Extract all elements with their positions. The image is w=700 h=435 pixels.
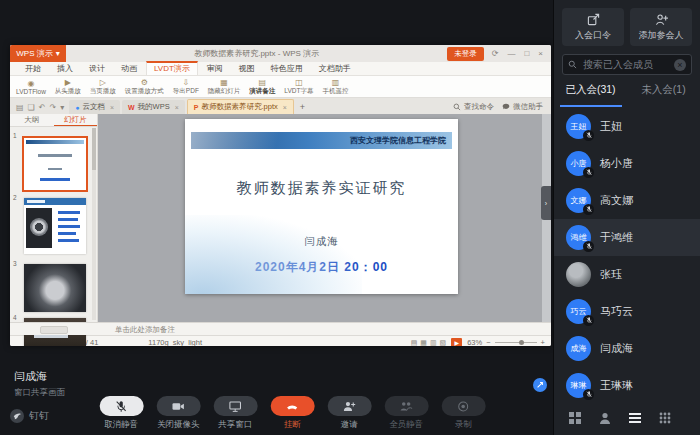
slide-author: 闫成海 [185, 235, 458, 249]
ribbon-button-play-settings[interactable]: ⚙设置播放方式 [125, 78, 164, 96]
member-list: 王妞 王妞 小唐 杨小唐 文娜 高文娜 鸿维 于鸿维 张珏 巧云 马巧云 成海 … [554, 108, 700, 405]
share-window-button[interactable]: 共享窗口 [210, 396, 260, 431]
slide-editing-area: 西安文理学院信息工程学院 教师数据素养实证研究 闫成海 2020年4月2日 20… [98, 114, 551, 322]
ribbon-button-export-pdf[interactable]: ⇩导出PDF [173, 78, 199, 96]
redo-icon[interactable]: ↷ [49, 103, 56, 112]
panel-collapse-handle[interactable]: › [541, 186, 551, 220]
add-participant-icon [655, 13, 668, 26]
sync-icon[interactable]: ⟳ [492, 49, 499, 58]
wps-app-badge[interactable]: WPS 演示▾ [10, 45, 66, 62]
slide-thumbnail-2[interactable] [24, 198, 86, 254]
close-tab-icon[interactable]: × [175, 104, 179, 111]
login-button[interactable]: 未登录 [447, 47, 484, 61]
tab-special-apps[interactable]: 特色应用 [264, 62, 310, 75]
tab-doc-assistant[interactable]: 文档助手 [312, 62, 358, 75]
tab-home[interactable]: 开始 [18, 62, 48, 75]
tab-design[interactable]: 设计 [82, 62, 112, 75]
camera-off-button[interactable]: 关闭摄像头 [153, 396, 203, 431]
save-icon[interactable]: ❏ [28, 103, 35, 112]
app-logo: 钉钉 [10, 409, 49, 423]
slide-thumbnail-1[interactable] [24, 138, 86, 190]
panel-tab-outline[interactable]: 大纲 [10, 114, 54, 126]
ribbon-button-play-current[interactable]: ▷当页播放 [90, 78, 116, 96]
list-view-button[interactable] [628, 411, 642, 429]
tab-not-joined[interactable]: 未入会(1) [627, 83, 700, 104]
ribbon-button-phone-remote[interactable]: ▥手机遥控 [323, 78, 349, 96]
member-row[interactable]: 鸿维 于鸿维 [554, 219, 700, 256]
slide-org-text: 西安文理学院信息工程学院 [350, 135, 446, 146]
normal-view-icon[interactable]: ▤ [411, 339, 418, 347]
wechat-helper[interactable]: 微信助手 [502, 102, 543, 112]
mic-muted-badge [583, 167, 594, 178]
panel-tab-slides[interactable]: 幻灯片 [54, 114, 98, 126]
add-participant-button[interactable]: 添加参会人 [630, 8, 692, 46]
zoom-in-icon[interactable]: + [541, 338, 545, 346]
tab-joined[interactable]: 已入会(31) [554, 83, 627, 104]
wps-window: WPS 演示▾ 教师数据素养研究.pptx - WPS 演示 未登录 ⟳ — □… [10, 45, 551, 346]
record-button[interactable]: 录制 [438, 396, 488, 431]
ribbon-button-lvdt-subtitle[interactable]: ◫LVDT字幕 [284, 78, 313, 96]
tab-view[interactable]: 视图 [232, 62, 262, 75]
notes-view-icon[interactable]: ▧ [440, 339, 447, 347]
undo-icon[interactable]: ↶ [39, 103, 46, 112]
panel-scrollbar[interactable] [92, 128, 96, 320]
mic-muted-badge [583, 130, 594, 141]
member-row[interactable]: 成海 闫成海 [554, 330, 700, 367]
maximize-button[interactable]: □ [524, 49, 529, 58]
tab-animation[interactable]: 动画 [114, 62, 144, 75]
hangup-button[interactable]: 挂断 [267, 396, 317, 431]
mute-all-button[interactable]: 全员静音 [381, 396, 431, 431]
member-row[interactable]: 张珏 [554, 256, 700, 293]
slideshow-play-button[interactable]: ▶ [451, 338, 462, 347]
ribbon-button-speaker-notes[interactable]: ▤演讲备注 [249, 78, 275, 96]
wps-app-badge-label: WPS 演示 [16, 48, 52, 59]
tab-insert[interactable]: 插入 [50, 62, 80, 75]
doc-tab-presentation[interactable]: P教师数据素养研究.pptx× [187, 99, 294, 114]
meeting-code-button[interactable]: 入会口令 [562, 8, 624, 46]
slide-thumbnail-3[interactable] [24, 264, 86, 312]
thumbnail-content [24, 264, 86, 312]
doc-tab-cloud[interactable]: ●云文档× [69, 100, 120, 114]
close-tab-icon[interactable]: × [283, 104, 287, 111]
close-button[interactable]: × [538, 49, 543, 58]
speaker-view-button[interactable] [598, 411, 612, 429]
close-tab-icon[interactable]: × [110, 104, 114, 111]
slide-sorter-icon[interactable]: ▦ [420, 339, 427, 347]
theme-name: 1170g_sky_light [148, 338, 202, 346]
new-tab-button[interactable]: + [300, 102, 305, 112]
expand-view-button[interactable] [533, 378, 547, 392]
ribbon-button-hide-slide[interactable]: ▦隐藏幻灯片 [208, 78, 241, 96]
camera-icon [172, 400, 185, 413]
unmute-button[interactable]: 取消静音 [96, 396, 146, 431]
gallery-view-button[interactable] [658, 411, 672, 429]
member-row[interactable]: 巧云 马巧云 [554, 293, 700, 330]
grid-view-button[interactable] [568, 411, 582, 429]
member-row[interactable]: 王妞 王妞 [554, 108, 700, 145]
zoom-slider-thumb[interactable] [519, 340, 524, 345]
tab-lvdt-show[interactable]: LVDT演示 [146, 61, 198, 75]
notes-splitter-handle[interactable] [40, 326, 68, 334]
members-sidebar: 入会口令 添加参会人 × 已入会(31) 未入会(1) 王妞 王妞 小唐 杨小唐… [553, 0, 700, 435]
chevron-down-icon[interactable]: ▾ [60, 103, 64, 112]
member-row[interactable]: 琳琳 王琳琳 [554, 367, 700, 404]
minimize-button[interactable]: — [507, 49, 515, 58]
current-slide[interactable]: 西安文理学院信息工程学院 教师数据素养实证研究 闫成海 2020年4月2日 20… [185, 119, 458, 294]
slide-datetime: 2020年4月2日 20：00 [185, 259, 458, 276]
tab-review[interactable]: 审阅 [200, 62, 230, 75]
notes-placeholder[interactable]: 单击此处添加备注 [115, 325, 175, 335]
zoom-out-icon[interactable]: − [486, 338, 490, 346]
reading-view-icon[interactable]: ▥ [430, 339, 437, 347]
wps-status-bar: 幻灯片 1 / 41 1170g_sky_light ▤ ▦ ▥ ▧ ▶ 63%… [10, 335, 551, 346]
search-input[interactable] [581, 58, 670, 71]
ribbon-button-play-from-start[interactable]: ▶从头播放 [55, 78, 81, 96]
clear-search-icon[interactable]: × [674, 59, 686, 71]
member-row[interactable]: 文娜 高文娜 [554, 182, 700, 219]
member-row[interactable]: 小唐 杨小唐 [554, 145, 700, 182]
speaker-notes-icon: ▤ [259, 78, 267, 87]
find-command[interactable]: 查找命令 [453, 102, 494, 112]
zoom-slider[interactable] [495, 342, 537, 343]
ribbon-button-lvdtflow[interactable]: ◉LVDTFlow [16, 79, 46, 95]
invite-button[interactable]: 邀请 [324, 396, 374, 431]
doc-tab-mywps[interactable]: W我的WPS× [122, 100, 185, 114]
menu-icon[interactable]: ▤ [16, 103, 24, 112]
